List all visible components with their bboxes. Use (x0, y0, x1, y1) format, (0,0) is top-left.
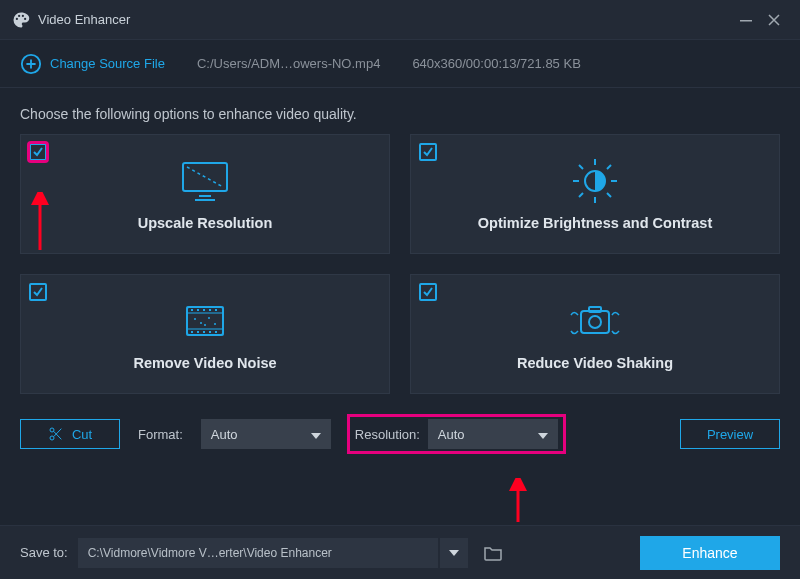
svg-line-13 (579, 193, 583, 197)
svg-point-27 (194, 318, 196, 320)
cut-label: Cut (72, 427, 92, 442)
option-label: Optimize Brightness and Contrast (478, 215, 712, 231)
checkbox-shaking[interactable] (419, 283, 437, 301)
save-path-field[interactable]: C:\Vidmore\Vidmore V…erter\Video Enhance… (78, 538, 438, 568)
window-title: Video Enhancer (38, 12, 732, 27)
cut-button[interactable]: Cut (20, 419, 120, 449)
svg-point-36 (50, 436, 54, 440)
save-path-value: C:\Vidmore\Vidmore V…erter\Video Enhance… (88, 546, 332, 560)
svg-rect-25 (209, 331, 211, 333)
save-to-label: Save to: (20, 545, 68, 560)
change-source-button[interactable]: Change Source File (20, 53, 165, 75)
svg-rect-18 (197, 309, 199, 311)
source-path: C:/Users/ADM…owers-NO.mp4 (197, 56, 380, 71)
svg-point-30 (214, 323, 216, 325)
preview-button[interactable]: Preview (680, 419, 780, 449)
enhance-label: Enhance (682, 545, 737, 561)
svg-rect-4 (195, 199, 215, 201)
chevron-down-icon (449, 550, 459, 556)
svg-point-34 (589, 316, 601, 328)
option-label: Reduce Video Shaking (517, 355, 673, 371)
option-brightness-contrast[interactable]: Optimize Brightness and Contrast (410, 134, 780, 254)
preview-label: Preview (707, 427, 753, 442)
svg-point-28 (200, 322, 202, 324)
save-path-dropdown[interactable] (440, 538, 468, 568)
svg-point-31 (204, 324, 206, 326)
chevron-down-icon (538, 427, 548, 442)
footer: Save to: C:\Vidmore\Vidmore V…erter\Vide… (0, 525, 800, 579)
svg-point-29 (208, 317, 210, 319)
svg-rect-3 (199, 195, 211, 197)
controls-row: Cut Format: Auto Resolution: Auto Previe… (0, 394, 800, 452)
enhance-button[interactable]: Enhance (640, 536, 780, 570)
svg-rect-22 (191, 331, 193, 333)
chevron-down-icon (311, 427, 321, 442)
change-source-label: Change Source File (50, 56, 165, 71)
resolution-label: Resolution: (355, 427, 420, 442)
monitor-icon (179, 157, 231, 205)
titlebar: Video Enhancer (0, 0, 800, 40)
svg-line-10 (579, 165, 583, 169)
option-label: Upscale Resolution (138, 215, 273, 231)
option-remove-noise[interactable]: Remove Video Noise (20, 274, 390, 394)
resolution-group: Resolution: Auto (349, 416, 564, 452)
svg-rect-20 (209, 309, 211, 311)
close-button[interactable] (760, 6, 788, 34)
sun-contrast-icon (571, 157, 619, 205)
svg-rect-23 (197, 331, 199, 333)
source-bar: Change Source File C:/Users/ADM…owers-NO… (0, 40, 800, 88)
source-meta: 640x360/00:00:13/721.85 KB (412, 56, 580, 71)
app-palette-icon (12, 11, 30, 29)
format-value: Auto (211, 427, 301, 442)
camera-shake-icon (567, 297, 623, 345)
resolution-dropdown[interactable]: Auto (428, 419, 558, 449)
svg-rect-21 (215, 309, 217, 311)
format-dropdown[interactable]: Auto (201, 419, 331, 449)
folder-icon (484, 545, 502, 561)
option-upscale-resolution[interactable]: Upscale Resolution (20, 134, 390, 254)
browse-folder-button[interactable] (478, 538, 508, 568)
svg-rect-17 (191, 309, 193, 311)
resolution-value: Auto (438, 427, 528, 442)
svg-rect-24 (203, 331, 205, 333)
option-label: Remove Video Noise (133, 355, 276, 371)
svg-rect-19 (203, 309, 205, 311)
svg-rect-32 (581, 311, 609, 333)
option-reduce-shaking[interactable]: Reduce Video Shaking (410, 274, 780, 394)
svg-line-11 (607, 193, 611, 197)
scissors-icon (48, 426, 64, 442)
checkbox-brightness[interactable] (419, 143, 437, 161)
svg-rect-14 (187, 307, 223, 335)
svg-rect-0 (740, 20, 752, 22)
minimize-button[interactable] (732, 6, 760, 34)
svg-line-12 (607, 165, 611, 169)
instruction-text: Choose the following options to enhance … (0, 88, 800, 134)
svg-rect-26 (215, 331, 217, 333)
svg-point-35 (50, 428, 54, 432)
checkbox-noise[interactable] (29, 283, 47, 301)
film-noise-icon (179, 297, 231, 345)
plus-circle-icon (20, 53, 42, 75)
format-label: Format: (138, 427, 183, 442)
options-grid: Upscale Resolution Optimize Brightness a… (0, 134, 800, 394)
checkbox-upscale[interactable] (29, 143, 47, 161)
annotation-arrow (506, 478, 530, 524)
svg-rect-33 (589, 307, 601, 312)
